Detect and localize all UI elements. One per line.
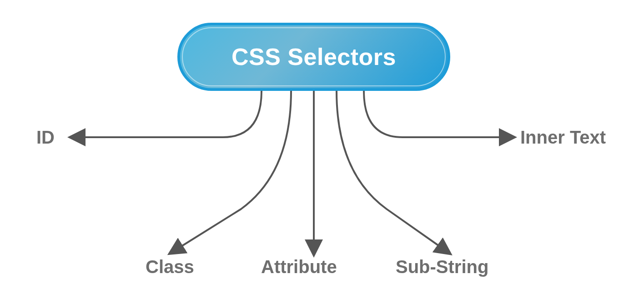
branch-label-class: Class bbox=[146, 257, 194, 277]
main-node-inner: CSS Selectors bbox=[182, 27, 446, 86]
branch-label-substring: Sub-String bbox=[396, 257, 488, 277]
branch-label-attribute: Attribute bbox=[261, 257, 337, 277]
branch-label-innertext: Inner Text bbox=[520, 127, 606, 148]
main-title: CSS Selectors bbox=[231, 43, 396, 70]
css-selectors-diagram: CSS Selectors ID Inner Text Class Attrib… bbox=[0, 0, 644, 289]
main-node: CSS Selectors bbox=[177, 23, 450, 91]
branch-label-id: ID bbox=[36, 127, 55, 148]
